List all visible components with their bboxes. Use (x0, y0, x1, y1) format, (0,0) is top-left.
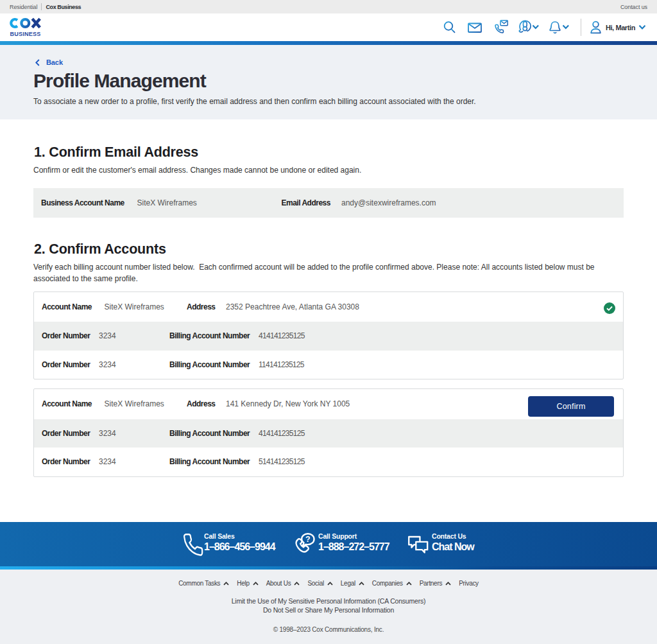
svg-text:BUSINESS: BUSINESS (10, 30, 41, 37)
svg-text:?: ? (305, 535, 311, 544)
